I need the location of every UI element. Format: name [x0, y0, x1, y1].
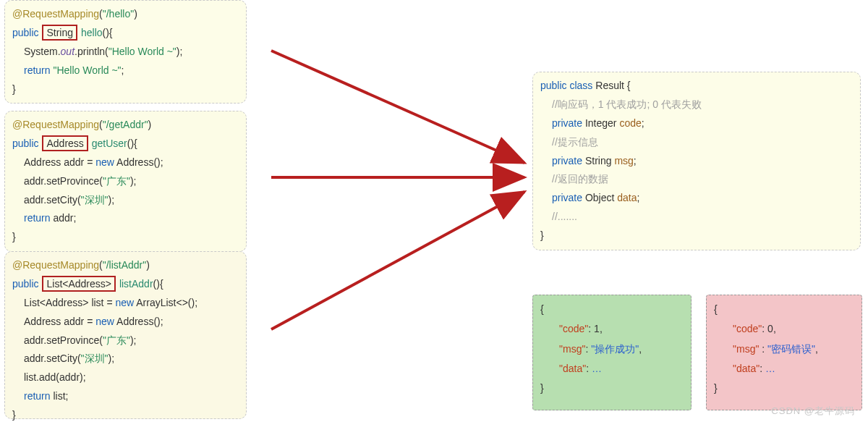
- code-line: }: [540, 227, 853, 245]
- code-line: addr.setCity("深圳");: [12, 350, 239, 368]
- code-line: addr.setProvince("广东");: [12, 332, 239, 350]
- code-line: private Integer code;: [540, 114, 853, 133]
- json-line: {: [540, 300, 684, 319]
- code-line: @RequestMapping("/listAddr"): [12, 256, 239, 275]
- code-comment: //返回的数据: [540, 170, 853, 189]
- code-line: }: [12, 406, 239, 422]
- return-type-highlight: Address: [42, 135, 88, 151]
- return-type-highlight: List<Address>: [42, 276, 116, 292]
- code-line: @RequestMapping("/hello"): [12, 5, 239, 24]
- json-line: }: [714, 379, 854, 398]
- code-line: public class Result {: [540, 77, 853, 96]
- code-block-getaddr: @RequestMapping("/getAddr") public Addre…: [4, 111, 247, 252]
- watermark: CSDN @老牛源码: [771, 405, 855, 418]
- json-line: "code": 1,: [540, 319, 684, 339]
- json-line: {: [714, 300, 854, 319]
- code-line: return list;: [12, 387, 239, 406]
- arrow-icon: [271, 192, 524, 329]
- code-line: list.add(addr);: [12, 368, 239, 387]
- code-line: Address addr = new Address();: [12, 313, 239, 332]
- code-line: @RequestMapping("/getAddr"): [12, 116, 239, 135]
- json-sample-error: { "code": 0, "msg" : "密码错误", "data": … }: [706, 295, 862, 410]
- json-line: "data": …: [540, 359, 684, 379]
- code-line: private Object data;: [540, 189, 853, 208]
- code-block-listaddr: @RequestMapping("/listAddr") public List…: [4, 251, 247, 419]
- code-comment: //响应码，1 代表成功; 0 代表失败: [540, 96, 853, 114]
- json-line: "code": 0,: [714, 319, 854, 339]
- code-block-hello: @RequestMapping("/hello") public String …: [4, 0, 247, 104]
- code-comment: //提示信息: [540, 133, 853, 152]
- code-line: public List<Address> listAddr(){: [12, 275, 239, 294]
- code-block-result-class: public class Result { //响应码，1 代表成功; 0 代表…: [532, 72, 861, 250]
- json-line: "data": …: [714, 359, 854, 379]
- code-line: return "Hello World ~";: [12, 62, 239, 80]
- code-line: }: [12, 228, 239, 247]
- return-type-highlight: String: [42, 25, 77, 41]
- json-sample-success: { "code": 1, "msg": "操作成功", "data": … }: [532, 295, 692, 410]
- json-line: "msg" : "密码错误",: [714, 339, 854, 359]
- code-comment: //.......: [540, 208, 853, 227]
- code-line: addr.setProvince("广东");: [12, 172, 239, 191]
- code-line: }: [12, 80, 239, 99]
- code-line: public String hello(){: [12, 24, 239, 43]
- json-line: "msg": "操作成功",: [540, 339, 684, 359]
- code-line: System.out.println("Hello World ~");: [12, 43, 239, 62]
- code-line: List<Address> list = new ArrayList<>();: [12, 294, 239, 313]
- code-line: Address addr = new Address();: [12, 153, 239, 172]
- arrow-icon: [271, 51, 524, 163]
- code-line: private String msg;: [540, 152, 853, 171]
- code-line: public Address getUser(){: [12, 135, 239, 153]
- json-line: }: [540, 379, 684, 398]
- code-line: addr.setCity("深圳");: [12, 191, 239, 210]
- code-line: return addr;: [12, 209, 239, 228]
